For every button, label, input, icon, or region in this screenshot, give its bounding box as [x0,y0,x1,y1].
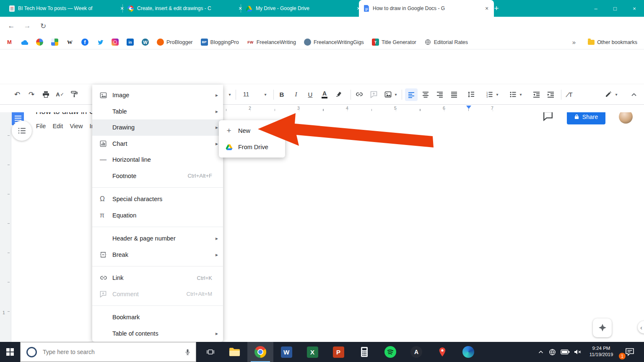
microphone-icon[interactable] [184,349,191,355]
menu-item-header-page-number[interactable]: Header & page number ▸ [92,230,223,247]
font-size-value[interactable]: 11 [242,84,251,104]
network-icon[interactable] [547,342,558,362]
gmail-bookmark-icon[interactable]: M [6,39,13,46]
clear-formatting-button[interactable]: T ∕ [564,84,577,104]
print-button[interactable] [40,84,51,104]
bookmark-item[interactable]: Editorial Rates [424,39,468,46]
menu-item-horizontal-line[interactable]: — Horizontal line [92,152,223,168]
menu-item-bookmark[interactable]: Bookmark [92,309,223,326]
menu-item-break[interactable]: Break ▸ [92,247,223,263]
window-minimize-button[interactable]: – [586,0,605,17]
taskbar-app-button[interactable]: A [403,342,429,362]
bookmarks-overflow-icon[interactable]: » [572,39,580,46]
highlight-color-button[interactable] [334,84,345,104]
tray-expand-button[interactable] [536,342,546,362]
tab-close-icon[interactable]: × [483,5,491,12]
bookmark-item[interactable]: FW FreelanceWriting [247,39,296,46]
spotify-button[interactable] [377,342,403,362]
bookmark-item[interactable]: BP BloggingPro [201,39,239,46]
menu-item-drawing[interactable]: Drawing ▸ [92,119,223,136]
word-button[interactable]: W [273,342,299,362]
paint-format-button[interactable] [69,84,80,104]
twitter-bookmark-icon[interactable] [96,39,104,46]
menu-item-comment[interactable]: Comment Ctrl+Alt+M [92,286,223,303]
comment-history-icon[interactable] [543,111,553,123]
menu-item-image[interactable]: Image ▸ [92,87,223,103]
window-maximize-button[interactable]: □ [605,0,625,17]
insert-image-dropdown[interactable]: ▾ [393,84,398,104]
spellcheck-button[interactable]: A✓ [55,84,65,104]
browser-tab-2[interactable]: Create, insert & edit drawings - C × [122,0,247,17]
numbered-list-button[interactable]: 123 [483,84,496,104]
decrease-indent-button[interactable] [530,84,543,104]
volume-muted-icon[interactable] [572,342,584,362]
text-color-button[interactable]: A [319,84,330,104]
battery-icon[interactable] [559,342,571,362]
maps-bookmark-icon[interactable] [51,39,58,46]
bulleted-list-button[interactable] [506,84,519,104]
align-justify-button[interactable] [448,84,460,104]
add-comment-button[interactable] [368,84,379,104]
action-center-button[interactable]: 1 [622,342,637,362]
align-center-button[interactable] [419,84,432,104]
font-family-dropdown[interactable]: ▾ [227,84,233,104]
start-button[interactable] [0,342,20,362]
back-button[interactable]: ← [6,21,17,31]
photos-bookmark-icon[interactable] [36,39,43,46]
undo-button[interactable]: ↶ [12,84,23,104]
submenu-item-from-drive[interactable]: From Drive [219,139,285,155]
menu-item-equation[interactable]: π Equation [92,207,223,224]
editing-mode-dropdown[interactable]: ▾ [614,84,619,104]
bookmark-item[interactable]: ProBlogger [157,39,193,46]
calculator-button[interactable] [351,342,377,362]
menu-item-special-characters[interactable]: Ω Special characters [92,191,223,207]
task-view-button[interactable] [200,342,221,362]
browser-tab-1[interactable]: BI Tech How To posts — Week of × [4,0,129,17]
browser-tab-3[interactable]: My Drive - Google Drive × [241,0,366,17]
editing-mode-button[interactable] [603,84,614,104]
edge-button[interactable] [455,342,481,362]
browser-tab-active[interactable]: How to draw in Google Docs - G × [359,0,494,17]
underline-button[interactable]: U [305,84,315,104]
numbered-list-dropdown[interactable]: ▾ [495,84,500,104]
other-bookmarks-button[interactable]: Other bookmarks [588,39,644,45]
window-close-button[interactable]: × [625,0,644,17]
wordpress-bookmark-icon[interactable]: W [142,39,149,46]
taskbar-search[interactable] [20,342,196,362]
increase-indent-button[interactable] [544,84,557,104]
align-right-button[interactable] [434,84,446,104]
document-outline-button[interactable] [12,121,32,141]
menu-item-table[interactable]: Table ▸ [92,103,223,120]
bookmark-item[interactable]: T Title Generator [372,39,416,46]
powerpoint-button[interactable]: P [325,342,351,362]
forward-button[interactable]: → [22,21,33,31]
cloud-bookmark-icon[interactable] [21,39,28,46]
taskbar-search-input[interactable] [42,348,184,356]
redo-button[interactable]: ↷ [26,84,37,104]
refresh-button[interactable]: ↻ [38,21,49,31]
menu-item-table-of-contents[interactable]: Table of contents ▸ [92,326,223,342]
excel-button[interactable]: X [299,342,325,362]
bulleted-list-dropdown[interactable]: ▾ [518,84,523,104]
menu-edit[interactable]: Edit [49,122,66,131]
font-size-dropdown[interactable]: ▾ [262,84,268,104]
chrome-button[interactable] [247,342,273,362]
bookmark-item[interactable]: FreelanceWritingGigs [304,39,364,46]
menu-item-link[interactable]: Link Ctrl+K [92,270,223,286]
instagram-bookmark-icon[interactable] [112,39,119,46]
right-indent-marker[interactable] [466,106,471,109]
wikipedia-bookmark-icon[interactable]: W [66,39,73,46]
insert-link-button[interactable] [354,84,365,104]
insert-image-button[interactable] [382,84,393,104]
menu-item-chart[interactable]: Chart ▸ [92,136,223,152]
linkedin-bookmark-icon[interactable]: in [127,39,134,46]
file-explorer-button[interactable] [221,342,247,362]
line-spacing-button[interactable] [465,84,477,104]
side-panel-toggle[interactable]: ‹ [638,321,644,334]
explore-button[interactable] [593,318,612,337]
menu-view[interactable]: View [66,122,86,131]
taskbar-clock[interactable]: 9:24 PM 11/19/2019 [585,345,617,358]
menu-item-footnote[interactable]: Footnote Ctrl+Alt+F [92,168,223,184]
italic-button[interactable]: I [291,84,301,104]
bold-button[interactable]: B [277,84,287,104]
